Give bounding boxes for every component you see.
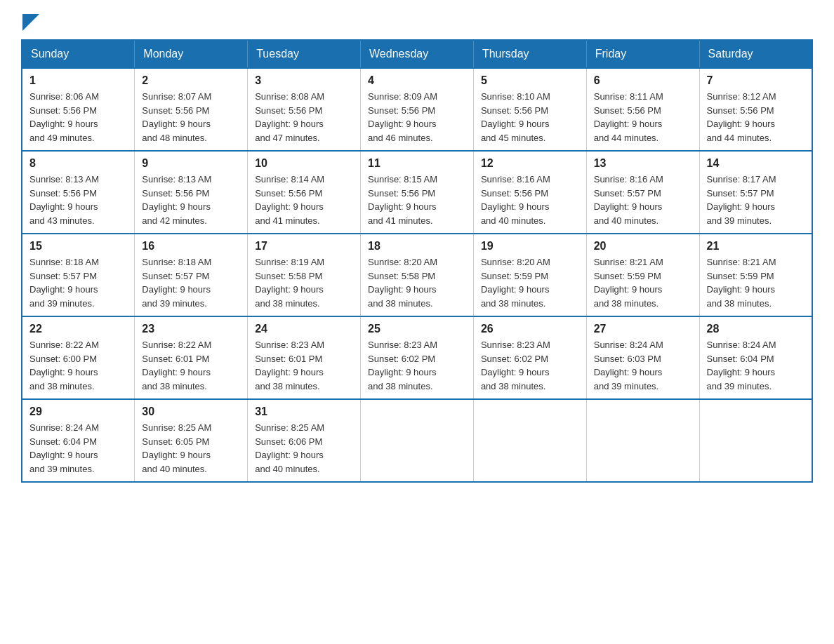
logo-text (21, 14, 39, 31)
day-number: 27 (594, 323, 692, 335)
day-number: 10 (255, 157, 353, 170)
day-number: 11 (368, 157, 466, 170)
calendar-week-4: 22 Sunrise: 8:22 AM Sunset: 6:00 PM Dayl… (22, 316, 812, 399)
day-info: Sunrise: 8:24 AM Sunset: 6:03 PM Dayligh… (594, 338, 692, 393)
calendar-cell: 3 Sunrise: 8:08 AM Sunset: 5:56 PM Dayli… (248, 68, 361, 151)
calendar-cell: 30 Sunrise: 8:25 AM Sunset: 6:05 PM Dayl… (135, 399, 248, 482)
day-info: Sunrise: 8:18 AM Sunset: 5:57 PM Dayligh… (142, 255, 240, 310)
calendar-cell: 8 Sunrise: 8:13 AM Sunset: 5:56 PM Dayli… (22, 151, 135, 234)
day-number: 5 (481, 74, 579, 87)
day-info: Sunrise: 8:22 AM Sunset: 6:01 PM Dayligh… (142, 338, 240, 393)
day-number: 1 (29, 74, 127, 87)
calendar-cell: 24 Sunrise: 8:23 AM Sunset: 6:01 PM Dayl… (248, 316, 361, 399)
day-info: Sunrise: 8:22 AM Sunset: 6:00 PM Dayligh… (29, 338, 127, 393)
weekday-header-row: SundayMondayTuesdayWednesdayThursdayFrid… (22, 40, 812, 68)
calendar-cell: 31 Sunrise: 8:25 AM Sunset: 6:06 PM Dayl… (248, 399, 361, 482)
day-number: 13 (594, 157, 692, 170)
weekday-header-thursday: Thursday (473, 40, 586, 68)
day-info: Sunrise: 8:20 AM Sunset: 5:59 PM Dayligh… (481, 255, 579, 310)
day-info: Sunrise: 8:16 AM Sunset: 5:56 PM Dayligh… (481, 173, 579, 227)
day-number: 26 (481, 323, 579, 335)
calendar-cell: 19 Sunrise: 8:20 AM Sunset: 5:59 PM Dayl… (473, 234, 586, 316)
calendar-cell: 27 Sunrise: 8:24 AM Sunset: 6:03 PM Dayl… (586, 316, 699, 399)
day-number: 2 (142, 74, 240, 87)
day-number: 7 (707, 74, 805, 87)
day-number: 22 (29, 323, 127, 335)
day-info: Sunrise: 8:06 AM Sunset: 5:56 PM Dayligh… (29, 90, 127, 145)
day-info: Sunrise: 8:23 AM Sunset: 6:02 PM Dayligh… (368, 338, 466, 393)
day-number: 23 (142, 323, 240, 335)
day-info: Sunrise: 8:12 AM Sunset: 5:56 PM Dayligh… (707, 90, 805, 145)
calendar-cell: 10 Sunrise: 8:14 AM Sunset: 5:56 PM Dayl… (248, 151, 361, 234)
day-number: 3 (255, 74, 353, 87)
day-number: 25 (368, 323, 466, 335)
calendar-cell: 25 Sunrise: 8:23 AM Sunset: 6:02 PM Dayl… (361, 316, 474, 399)
calendar-cell (473, 399, 586, 482)
calendar-cell: 17 Sunrise: 8:19 AM Sunset: 5:58 PM Dayl… (248, 234, 361, 316)
calendar-cell: 16 Sunrise: 8:18 AM Sunset: 5:57 PM Dayl… (135, 234, 248, 316)
calendar-body: 1 Sunrise: 8:06 AM Sunset: 5:56 PM Dayli… (22, 68, 812, 482)
day-number: 30 (142, 405, 240, 418)
weekday-header-monday: Monday (135, 40, 248, 68)
day-number: 16 (142, 240, 240, 253)
logo-triangle-icon (22, 14, 39, 31)
day-info: Sunrise: 8:24 AM Sunset: 6:04 PM Dayligh… (29, 421, 127, 476)
day-number: 28 (707, 323, 805, 335)
day-number: 14 (707, 157, 805, 170)
calendar-cell: 20 Sunrise: 8:21 AM Sunset: 5:59 PM Dayl… (586, 234, 699, 316)
day-info: Sunrise: 8:21 AM Sunset: 5:59 PM Dayligh… (594, 255, 692, 310)
day-info: Sunrise: 8:07 AM Sunset: 5:56 PM Dayligh… (142, 90, 240, 145)
day-number: 17 (255, 240, 353, 253)
day-info: Sunrise: 8:13 AM Sunset: 5:56 PM Dayligh… (29, 173, 127, 227)
day-info: Sunrise: 8:17 AM Sunset: 5:57 PM Dayligh… (707, 173, 805, 227)
day-number: 8 (29, 157, 127, 170)
logo (21, 14, 39, 25)
calendar-header: SundayMondayTuesdayWednesdayThursdayFrid… (22, 40, 812, 68)
calendar-week-1: 1 Sunrise: 8:06 AM Sunset: 5:56 PM Dayli… (22, 68, 812, 151)
calendar-cell: 6 Sunrise: 8:11 AM Sunset: 5:56 PM Dayli… (586, 68, 699, 151)
calendar-week-2: 8 Sunrise: 8:13 AM Sunset: 5:56 PM Dayli… (22, 151, 812, 234)
calendar-cell (361, 399, 474, 482)
calendar-cell: 7 Sunrise: 8:12 AM Sunset: 5:56 PM Dayli… (699, 68, 812, 151)
page-header (21, 14, 813, 25)
day-info: Sunrise: 8:23 AM Sunset: 6:01 PM Dayligh… (255, 338, 353, 393)
calendar-cell: 21 Sunrise: 8:21 AM Sunset: 5:59 PM Dayl… (699, 234, 812, 316)
day-info: Sunrise: 8:25 AM Sunset: 6:06 PM Dayligh… (255, 421, 353, 476)
day-info: Sunrise: 8:20 AM Sunset: 5:58 PM Dayligh… (368, 255, 466, 310)
day-number: 19 (481, 240, 579, 253)
day-info: Sunrise: 8:08 AM Sunset: 5:56 PM Dayligh… (255, 90, 353, 145)
calendar-table: SundayMondayTuesdayWednesdayThursdayFrid… (21, 39, 813, 483)
calendar-cell: 5 Sunrise: 8:10 AM Sunset: 5:56 PM Dayli… (473, 68, 586, 151)
day-info: Sunrise: 8:23 AM Sunset: 6:02 PM Dayligh… (481, 338, 579, 393)
calendar-cell: 2 Sunrise: 8:07 AM Sunset: 5:56 PM Dayli… (135, 68, 248, 151)
calendar-week-5: 29 Sunrise: 8:24 AM Sunset: 6:04 PM Dayl… (22, 399, 812, 482)
calendar-cell (586, 399, 699, 482)
day-number: 18 (368, 240, 466, 253)
weekday-header-friday: Friday (586, 40, 699, 68)
calendar-cell: 29 Sunrise: 8:24 AM Sunset: 6:04 PM Dayl… (22, 399, 135, 482)
calendar-week-3: 15 Sunrise: 8:18 AM Sunset: 5:57 PM Dayl… (22, 234, 812, 316)
day-info: Sunrise: 8:19 AM Sunset: 5:58 PM Dayligh… (255, 255, 353, 310)
calendar-cell: 9 Sunrise: 8:13 AM Sunset: 5:56 PM Dayli… (135, 151, 248, 234)
calendar-cell: 15 Sunrise: 8:18 AM Sunset: 5:57 PM Dayl… (22, 234, 135, 316)
day-number: 4 (368, 74, 466, 87)
day-number: 24 (255, 323, 353, 335)
day-info: Sunrise: 8:25 AM Sunset: 6:05 PM Dayligh… (142, 421, 240, 476)
calendar-cell (699, 399, 812, 482)
calendar-cell: 14 Sunrise: 8:17 AM Sunset: 5:57 PM Dayl… (699, 151, 812, 234)
day-number: 31 (255, 405, 353, 418)
day-number: 21 (707, 240, 805, 253)
day-number: 20 (594, 240, 692, 253)
day-number: 12 (481, 157, 579, 170)
weekday-header-tuesday: Tuesday (248, 40, 361, 68)
day-info: Sunrise: 8:24 AM Sunset: 6:04 PM Dayligh… (707, 338, 805, 393)
calendar-cell: 12 Sunrise: 8:16 AM Sunset: 5:56 PM Dayl… (473, 151, 586, 234)
weekday-header-sunday: Sunday (22, 40, 135, 68)
calendar-cell: 4 Sunrise: 8:09 AM Sunset: 5:56 PM Dayli… (361, 68, 474, 151)
day-info: Sunrise: 8:15 AM Sunset: 5:56 PM Dayligh… (368, 173, 466, 227)
day-info: Sunrise: 8:13 AM Sunset: 5:56 PM Dayligh… (142, 173, 240, 227)
day-info: Sunrise: 8:14 AM Sunset: 5:56 PM Dayligh… (255, 173, 353, 227)
calendar-cell: 18 Sunrise: 8:20 AM Sunset: 5:58 PM Dayl… (361, 234, 474, 316)
weekday-header-wednesday: Wednesday (361, 40, 474, 68)
day-info: Sunrise: 8:21 AM Sunset: 5:59 PM Dayligh… (707, 255, 805, 310)
